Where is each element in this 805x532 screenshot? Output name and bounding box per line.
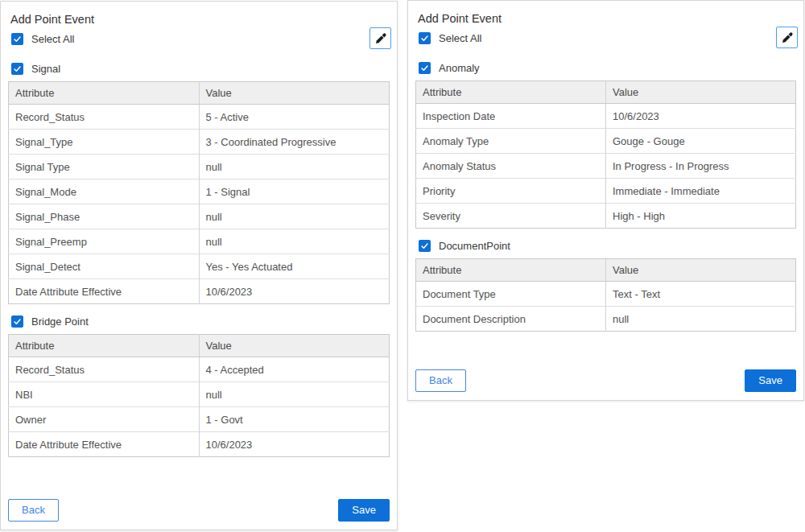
attribute-cell: Signal_Preemp xyxy=(9,229,200,254)
section-label-anomaly: Anomaly xyxy=(439,62,480,74)
page-title: Add Point Event xyxy=(418,11,796,26)
table-row: SeverityHigh - High xyxy=(416,204,796,229)
value-cell: Text - Text xyxy=(606,282,796,307)
checkmark-icon xyxy=(420,241,429,250)
eyedropper-button[interactable] xyxy=(776,27,798,48)
attribute-cell: Inspection Date xyxy=(416,104,606,129)
table-row: Date Attribute Effective10/6/2023 xyxy=(9,279,390,304)
checkbox-checked[interactable] xyxy=(419,62,431,74)
value-cell: 1 - Govt xyxy=(199,407,390,432)
select-all-label: Select All xyxy=(31,33,74,45)
page-title: Add Point Event xyxy=(10,12,390,27)
value-cell: 3 - Coordinated Progressive xyxy=(199,130,390,155)
attribute-cell: Record_Status xyxy=(9,357,200,382)
attribute-cell: Signal_Mode xyxy=(9,179,200,204)
table-row: Signal Typenull xyxy=(9,155,390,179)
checkmark-icon xyxy=(13,64,22,73)
value-cell: 4 - Accepted xyxy=(199,357,390,382)
attribute-cell: Document Description xyxy=(416,307,606,332)
section-label-signal: Signal xyxy=(31,63,60,75)
bridge-point-attribute-table: Attribute Value Record_Status4 - Accepte… xyxy=(8,334,390,457)
save-button[interactable]: Save xyxy=(745,369,796,392)
checkbox-checked[interactable] xyxy=(11,63,23,75)
value-cell: 10/6/2023 xyxy=(199,432,390,457)
checkbox-checked[interactable] xyxy=(11,315,23,328)
table-row: Signal_Preempnull xyxy=(9,229,390,254)
anomaly-attribute-table: Attribute Value Inspection Date10/6/2023… xyxy=(415,80,796,229)
add-point-event-panel-right: Add Point Event Select All Anomaly Attri… xyxy=(407,0,804,401)
attribute-cell: Priority xyxy=(416,179,606,204)
section-checkbox-documentpoint[interactable]: DocumentPoint xyxy=(419,240,796,252)
eyedropper-icon xyxy=(374,32,387,45)
value-cell: 10/6/2023 xyxy=(606,104,796,129)
value-cell: Yes - Yes Actuated xyxy=(199,254,390,279)
attribute-cell: Document Type xyxy=(416,282,606,307)
section-label-bridge-point: Bridge Point xyxy=(31,315,89,328)
table-row: Signal_Type3 - Coordinated Progressive xyxy=(9,130,390,155)
attribute-column-header: Attribute xyxy=(9,335,200,357)
back-button[interactable]: Back xyxy=(8,499,59,522)
section-checkbox-anomaly[interactable]: Anomaly xyxy=(419,62,796,74)
checkbox-checked[interactable] xyxy=(419,240,431,252)
attribute-cell: Anomaly Status xyxy=(416,154,606,179)
table-header-row: Attribute Value xyxy=(9,335,390,357)
signal-attribute-table: Attribute Value Record_Status5 - Active … xyxy=(8,81,390,304)
attribute-cell: Date Attribute Effective xyxy=(9,279,200,304)
checkmark-icon xyxy=(13,317,22,326)
value-cell: 10/6/2023 xyxy=(199,279,390,304)
attribute-cell: Record_Status xyxy=(9,105,200,130)
add-point-event-panel-left: Add Point Event Select All Signal Attrib… xyxy=(0,1,398,530)
value-cell: null xyxy=(606,307,796,332)
select-all-checkbox[interactable]: Select All xyxy=(11,33,390,45)
select-all-checkbox[interactable]: Select All xyxy=(419,32,796,44)
checkbox-checked[interactable] xyxy=(419,32,431,44)
select-all-label: Select All xyxy=(439,32,481,44)
attribute-cell: Severity xyxy=(416,204,606,229)
table-row: Signal_Phasenull xyxy=(9,204,390,229)
table-row: Document TypeText - Text xyxy=(416,282,796,307)
checkmark-icon xyxy=(420,34,429,43)
table-row: Document Descriptionnull xyxy=(416,307,796,332)
table-row: Date Attribute Effective10/6/2023 xyxy=(9,432,390,457)
value-column-header: Value xyxy=(199,335,390,357)
table-header-row: Attribute Value xyxy=(9,82,390,105)
table-header-row: Attribute Value xyxy=(416,259,796,282)
table-header-row: Attribute Value xyxy=(416,81,796,104)
back-button[interactable]: Back xyxy=(415,369,466,392)
checkmark-icon xyxy=(420,64,429,72)
table-row: Owner1 - Govt xyxy=(9,407,390,432)
section-label-documentpoint: DocumentPoint xyxy=(439,240,510,252)
footer-actions: Back Save xyxy=(415,369,796,392)
value-cell: In Progress - In Progress xyxy=(606,154,796,179)
attribute-cell: Signal_Detect xyxy=(9,254,200,279)
table-row: Anomaly StatusIn Progress - In Progress xyxy=(416,154,796,179)
table-row: Signal_DetectYes - Yes Actuated xyxy=(9,254,390,279)
eyedropper-button[interactable] xyxy=(369,27,391,49)
section-checkbox-bridge-point[interactable]: Bridge Point xyxy=(11,315,390,328)
value-column-header: Value xyxy=(199,82,390,105)
section-checkbox-signal[interactable]: Signal xyxy=(11,63,390,75)
table-row: Record_Status5 - Active xyxy=(9,105,390,130)
value-cell: 5 - Active xyxy=(199,105,390,130)
attribute-column-header: Attribute xyxy=(9,82,200,105)
attribute-cell: NBI xyxy=(9,382,200,407)
value-cell: null xyxy=(199,229,390,254)
footer-actions: Back Save xyxy=(8,499,390,522)
value-cell: 1 - Signal xyxy=(199,179,390,204)
eyedropper-icon xyxy=(781,31,794,44)
value-column-header: Value xyxy=(606,259,796,282)
value-cell: null xyxy=(199,155,390,179)
table-row: Anomaly TypeGouge - Gouge xyxy=(416,129,796,154)
table-row: Inspection Date10/6/2023 xyxy=(416,104,796,129)
table-row: Record_Status4 - Accepted xyxy=(9,357,390,382)
value-cell: Immediate - Immediate xyxy=(606,179,796,204)
checkmark-icon xyxy=(13,35,22,43)
attribute-column-header: Attribute xyxy=(416,259,606,282)
value-cell: null xyxy=(199,382,390,407)
attribute-cell: Date Attribute Effective xyxy=(9,432,200,457)
checkbox-checked[interactable] xyxy=(11,33,23,45)
save-button[interactable]: Save xyxy=(338,499,390,522)
attribute-cell: Signal Type xyxy=(9,155,200,179)
value-cell: Gouge - Gouge xyxy=(606,129,796,154)
table-row: NBInull xyxy=(9,382,390,407)
